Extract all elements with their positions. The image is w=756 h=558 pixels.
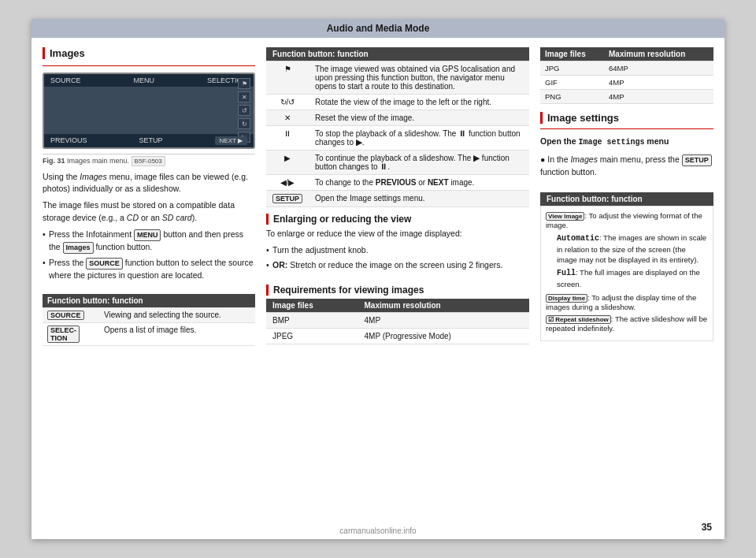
req-row-1: JPEG 4MP (Progressive Mode): [266, 328, 529, 344]
screen-previous-label: PREVIOUS: [50, 136, 87, 145]
page-content: Images SOURCE MENU SELECTION ⚑ ✕ ↺ ↻ ▶: [32, 38, 724, 363]
req-table-header-1: Maximum resolution: [358, 299, 529, 313]
middle-func-icon-0: ⚑: [266, 61, 309, 95]
screen-icon-1: ⚑: [238, 78, 250, 89]
left-func-desc-1: Opens a list of image files.: [99, 323, 255, 346]
fig-label: Fig. 31: [43, 157, 65, 165]
setup-key: SETUP: [682, 154, 712, 166]
left-func-table: Function button: function SOURCE Viewing…: [43, 294, 255, 346]
right-res-2: 4MP: [604, 90, 713, 104]
middle-func-row-2: ✕ Reset the view of the image.: [266, 110, 529, 126]
middle-func-desc-1: Rotate the view of the image to the left…: [309, 95, 529, 110]
middle-func-row-6: SETUP Open the Image settings menu.: [266, 191, 529, 207]
image-settings-title: Image settings: [540, 112, 713, 124]
right-top-row-2: PNG 4MP: [540, 90, 713, 104]
middle-func-key-6: SETUP: [266, 191, 309, 207]
page-number: 35: [702, 522, 712, 533]
middle-func-row-3: ⏸ To stop the playback of a slideshow. T…: [266, 126, 529, 151]
page-header: Audio and Media Mode: [32, 19, 724, 38]
left-func-table-header: Function button: function: [43, 294, 255, 308]
enlarging-body: To enlarge or reduce the view of the ima…: [266, 228, 529, 240]
right-func-table-header: Function button: function: [540, 192, 713, 206]
req-table-header-0: Image files: [266, 299, 358, 313]
fig-caption: Fig. 31 Images main menu. B5F-0503: [43, 154, 255, 165]
repeat-row: ☑ Repeat slideshow: The active slideshow…: [546, 314, 708, 333]
req-res-1: 4MP (Progressive Mode): [358, 328, 529, 344]
display-time-key: Display time: [546, 294, 587, 303]
right-top-header-row: Image files Maximum resolution: [540, 47, 713, 61]
left-bullet2: Press the SOURCE function button to sele…: [43, 257, 255, 281]
menu-key: MENU: [134, 229, 161, 241]
middle-func-icon-3: ⏸: [266, 126, 309, 151]
middle-func-table: Function button: function ⚑ The image vi…: [266, 47, 529, 207]
screen-bottom-bar: PREVIOUS SETUP NEXT ▶: [44, 134, 254, 147]
enlarging-bullet-1: OR: Stretch or reduce the image on the s…: [266, 259, 529, 271]
automatic-label: Automatic: [557, 234, 599, 243]
right-top-table: Image files Maximum resolution JPG 64MP …: [540, 47, 713, 104]
page: Audio and Media Mode Images SOURCE MENU …: [32, 19, 724, 539]
screen-icon-4: ↻: [238, 118, 250, 129]
right-column: Image files Maximum resolution JPG 64MP …: [540, 47, 713, 354]
left-column: Images SOURCE MENU SELECTION ⚑ ✕ ↺ ↻ ▶: [43, 47, 255, 354]
middle-func-desc-6: Open the Image settings menu.: [309, 191, 529, 207]
middle-func-desc-2: Reset the view of the image.: [309, 110, 529, 126]
screen-source-label: SOURCE: [50, 76, 81, 84]
watermark: carmanualsonline.info: [339, 526, 416, 535]
req-res-0: 4MP: [358, 312, 529, 328]
repeat-key: ☑ Repeat slideshow: [546, 315, 611, 324]
middle-func-row-4: ▶ To continue the playback of a slidesho…: [266, 151, 529, 175]
middle-func-icon-5: ◀/▶: [266, 175, 309, 191]
screen-icon-3: ↺: [238, 105, 250, 116]
open-menu-detail: ● In the Images main menu, press the SET…: [540, 154, 713, 178]
screen-icon-2: ✕: [238, 91, 250, 102]
view-image-row: View Image: To adjust the viewing format…: [546, 211, 708, 229]
image-settings-mono: Image settings: [578, 138, 644, 147]
left-func-row-0: SOURCE Viewing and selecting the source.: [43, 308, 255, 323]
right-top-header-0: Image files: [540, 47, 604, 61]
right-res-0: 64MP: [604, 61, 713, 76]
full-desc: : The full images are displayed on the s…: [557, 268, 700, 288]
middle-func-icon-4: ▶: [266, 151, 309, 175]
right-file-1: GIF: [540, 76, 604, 90]
middle-func-table-header: Function button: function: [266, 47, 529, 61]
enlarging-title: Enlarging or reducing the view: [266, 214, 529, 225]
left-bullet1: Press the Infotainment MENU button and t…: [43, 229, 255, 254]
screen-top-bar: SOURCE MENU SELECTION: [44, 74, 254, 87]
middle-func-icon-1: ↻/↺: [266, 95, 309, 110]
left-func-row-1: SELEC-TION Opens a list of image files.: [43, 323, 255, 346]
right-res-1: 4MP: [604, 76, 713, 90]
req-file-0: BMP: [266, 312, 358, 328]
right-top-row-0: JPG 64MP: [540, 61, 713, 76]
screen-icons: ⚑ ✕ ↺ ↻ ▶: [238, 78, 250, 143]
left-section-title: Images: [43, 47, 255, 59]
screen-setup-label: SETUP: [139, 136, 163, 145]
middle-func-icon-2: ✕: [266, 110, 309, 126]
fig-text: Images main menu.: [67, 157, 129, 165]
left-func-key-1: SELEC-TION: [43, 323, 99, 346]
left-func-table-header-row: Function button: function: [43, 294, 255, 308]
right-top-header-1: Maximum resolution: [604, 47, 713, 61]
screen-main-area: ⚑ ✕ ↺ ↻ ▶: [44, 87, 254, 134]
screen-mockup: SOURCE MENU SELECTION ⚑ ✕ ↺ ↻ ▶ PREVIOUS…: [43, 73, 255, 149]
source-key: SOURCE: [86, 258, 123, 270]
images-key: Images: [63, 242, 94, 254]
middle-func-header-row: Function button: function: [266, 47, 529, 61]
right-top-row-1: GIF 4MP: [540, 76, 713, 90]
full-label: Full: [557, 269, 576, 277]
middle-func-desc-0: The image viewed was obtained via GPS lo…: [309, 61, 529, 95]
selection-func-key: SELEC-TION: [47, 326, 80, 343]
automatic-row: Automatic: The images are shown in scale…: [546, 232, 708, 266]
middle-column: Function button: function ⚑ The image vi…: [266, 47, 529, 354]
right-file-2: PNG: [540, 90, 604, 104]
screen-menu-label: MENU: [134, 76, 155, 84]
middle-func-row-5: ◀/▶ To change to the PREVIOUS or NEXT im…: [266, 175, 529, 191]
view-image-key: View Image: [546, 212, 584, 221]
left-func-key-0: SOURCE: [43, 308, 99, 323]
req-title: Requirements for viewing images: [266, 285, 529, 296]
middle-func-row-0: ⚑ The image viewed was obtained via GPS …: [266, 61, 529, 95]
right-func-table-body: View Image: To adjust the viewing format…: [540, 206, 713, 341]
setup-func-key: SETUP: [272, 194, 302, 203]
req-table: Image files Maximum resolution BMP 4MP J…: [266, 299, 529, 344]
full-row: Full: The full images are displayed on t…: [546, 267, 708, 289]
left-func-desc-0: Viewing and selecting the source.: [99, 308, 255, 323]
